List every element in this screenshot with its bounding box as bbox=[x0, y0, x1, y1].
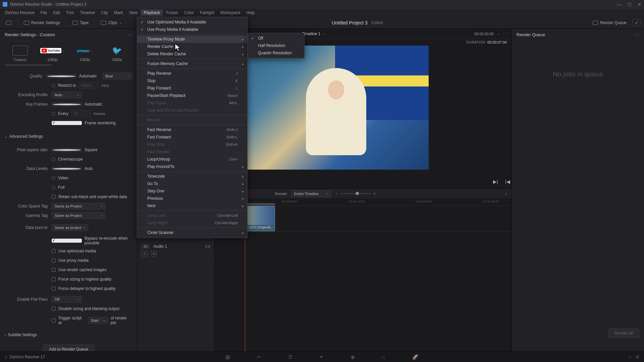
menu-item-pause-start-playback[interactable]: Pause/Start PlaybackSpace bbox=[137, 92, 247, 99]
zoom-out-button[interactable]: − bbox=[335, 191, 338, 196]
preset-youtube[interactable]: YouTube⌄1080p bbox=[36, 44, 68, 63]
next-clip-button[interactable]: ▶| bbox=[492, 178, 499, 186]
menu-item-fusion-memory-cache[interactable]: Fusion Memory Cache▸ bbox=[137, 60, 247, 67]
menu-fusion[interactable]: Fusion bbox=[163, 9, 181, 16]
submenu-item-off[interactable]: ✓Off bbox=[248, 35, 304, 42]
render-scope-select[interactable]: Entire Timeline bbox=[291, 190, 331, 197]
preset-custom[interactable]: Custom bbox=[4, 44, 36, 63]
kf-every-input[interactable] bbox=[71, 110, 91, 117]
color-page-tab[interactable]: ◉ bbox=[351, 354, 355, 360]
audio-track-header[interactable]: A1Audio 12.0 SM bbox=[138, 242, 214, 258]
color-space-tag-select[interactable]: Same as Project bbox=[52, 203, 105, 209]
use-proxy-checkbox[interactable] bbox=[52, 258, 56, 262]
use-optimized-checkbox[interactable] bbox=[52, 249, 56, 253]
menu-item-previous[interactable]: Previous▸ bbox=[137, 195, 247, 202]
close-button[interactable]: ✕ bbox=[638, 2, 641, 7]
submenu-item-half-resolution[interactable]: Half Resolution bbox=[248, 42, 304, 49]
clips-button[interactable]: Clips⌄ bbox=[98, 19, 125, 26]
minimize-button[interactable]: — bbox=[617, 2, 622, 7]
kf-auto-radio[interactable] bbox=[52, 103, 82, 106]
menu-item-loop-unloop[interactable]: Loop/UnloopCtrl+/ bbox=[137, 156, 247, 163]
render-all-button[interactable]: Render All bbox=[608, 328, 639, 338]
preset-scrollbar[interactable] bbox=[5, 64, 52, 66]
bypass-reencode-checkbox[interactable] bbox=[52, 239, 82, 243]
expand-button[interactable]: ⤢ bbox=[633, 19, 641, 26]
menu-item-go-to[interactable]: Go To▸ bbox=[137, 180, 247, 187]
dl-retain-checkbox[interactable] bbox=[52, 195, 56, 199]
zoom-slider[interactable] bbox=[340, 193, 371, 194]
restrict-kbps-input[interactable] bbox=[79, 82, 99, 89]
project-settings-icon[interactable]: ⚙ bbox=[636, 355, 639, 359]
menu-help[interactable]: Help bbox=[243, 9, 258, 16]
panel-menu-button[interactable]: ⋯ bbox=[128, 32, 132, 37]
viewer-canvas[interactable] bbox=[221, 46, 429, 170]
menu-item-timecode[interactable]: Timecode▸ bbox=[137, 173, 247, 180]
frame-reorder-checkbox[interactable] bbox=[52, 121, 82, 125]
add-to-render-queue-button[interactable]: Add to Render Queue bbox=[43, 345, 95, 351]
timeline-name[interactable]: Timeline 1 bbox=[302, 32, 321, 36]
menu-item-next[interactable]: Next▸ bbox=[137, 202, 247, 209]
prev-clip-button[interactable]: |◀ bbox=[504, 178, 512, 186]
menu-item-fast-reverse[interactable]: Fast ReverseShift+J bbox=[137, 126, 247, 133]
disable-sizing-checkbox[interactable] bbox=[52, 307, 56, 311]
menu-item-play-around-to[interactable]: Play Around/To▸ bbox=[137, 163, 247, 170]
zoom-in-button[interactable]: + bbox=[373, 191, 376, 196]
maximize-button[interactable]: ☐ bbox=[628, 2, 632, 7]
menu-fairlight[interactable]: Fairlight bbox=[197, 9, 217, 16]
dl-full-radio[interactable] bbox=[52, 186, 55, 189]
menu-trim[interactable]: Trim bbox=[63, 9, 77, 16]
quality-best-select[interactable]: Best bbox=[102, 73, 132, 79]
kf-every-radio[interactable] bbox=[52, 112, 55, 116]
menu-playback[interactable]: Playback bbox=[141, 9, 163, 16]
media-page-tab[interactable]: ▦ bbox=[225, 354, 230, 360]
menu-mark[interactable]: Mark bbox=[111, 9, 126, 16]
advanced-settings-toggle[interactable]: ⌄Advanced Settings bbox=[0, 131, 137, 141]
menu-item-render-cache[interactable]: Render Cache▸ bbox=[137, 43, 247, 50]
use-cached-checkbox[interactable] bbox=[52, 268, 56, 272]
menu-item-use-proxy-media-if-available[interactable]: ✓Use Proxy Media if Available bbox=[137, 26, 247, 33]
mute-button[interactable]: M bbox=[151, 251, 157, 256]
menu-edit[interactable]: Edit bbox=[50, 9, 63, 16]
par-cinema-radio[interactable] bbox=[52, 158, 55, 161]
menu-clip[interactable]: Clip bbox=[98, 9, 111, 16]
submenu-item-quarter-resolution[interactable]: Quarter Resolution bbox=[248, 49, 304, 57]
dl-auto-radio[interactable] bbox=[52, 167, 82, 171]
subtitle-settings-toggle[interactable]: ›Subtitle Settings bbox=[0, 330, 137, 340]
project-manager-icon[interactable]: ⌂ bbox=[629, 355, 631, 359]
home-icon[interactable]: ⌂ bbox=[5, 355, 7, 359]
gamma-tag-select[interactable]: Same as Project bbox=[52, 212, 105, 219]
quick-export-button[interactable] bbox=[3, 19, 14, 26]
tape-button[interactable]: Tape bbox=[70, 19, 91, 26]
menu-item-use-optimized-media-if-available[interactable]: ✓Use Optimized Media if Available bbox=[137, 18, 247, 26]
quality-auto-radio[interactable] bbox=[46, 74, 76, 78]
dl-video-radio[interactable] bbox=[52, 176, 55, 180]
edit-page-tab[interactable]: ☰ bbox=[288, 354, 292, 360]
menu-item-stop[interactable]: StopK bbox=[137, 77, 247, 84]
encoding-profile-select[interactable]: Auto bbox=[52, 92, 82, 98]
trigger-at-select[interactable]: Start bbox=[88, 317, 108, 324]
menu-davinci-resolve[interactable]: DaVinci Resolve bbox=[2, 9, 38, 16]
menu-item-delete-render-cache[interactable]: Delete Render Cache▸ bbox=[137, 50, 247, 58]
timeline-tracks[interactable]: 01:00:00:0001:00:08:0001:00:16:0001:00:2… bbox=[215, 198, 512, 351]
audio-meters-icon[interactable]: ♪ bbox=[505, 191, 507, 196]
menu-view[interactable]: View bbox=[126, 9, 141, 16]
preset-vimeo[interactable]: vimeo⌄1080p bbox=[69, 44, 101, 63]
force-debayer-checkbox[interactable] bbox=[52, 287, 56, 291]
render-queue-menu-button[interactable]: ⋯ bbox=[635, 32, 639, 37]
menu-item-step-one[interactable]: Step One▸ bbox=[137, 187, 247, 195]
menu-item-fast-forward[interactable]: Fast ForwardShift+L bbox=[137, 133, 247, 141]
menu-timeline[interactable]: Timeline bbox=[77, 9, 98, 16]
par-square-radio[interactable] bbox=[52, 148, 82, 152]
flat-pass-select[interactable]: Off bbox=[52, 296, 82, 303]
trigger-script-checkbox[interactable] bbox=[52, 318, 56, 322]
quality-restrict-radio[interactable] bbox=[52, 84, 55, 87]
force-sizing-checkbox[interactable] bbox=[52, 277, 56, 281]
fusion-page-tab[interactable]: ✦ bbox=[319, 354, 324, 360]
viewer-options-button[interactable]: ⋯ bbox=[503, 32, 507, 36]
solo-button[interactable]: S bbox=[142, 251, 148, 256]
menu-item-cintel-scanner[interactable]: Cintel Scanner▸ bbox=[137, 229, 247, 236]
data-burnin-select[interactable]: Same as project bbox=[52, 224, 88, 231]
menu-workspace[interactable]: Workspace bbox=[217, 9, 244, 16]
render-settings-button[interactable]: Render Settings bbox=[21, 19, 63, 26]
menu-color[interactable]: Color bbox=[181, 9, 197, 16]
